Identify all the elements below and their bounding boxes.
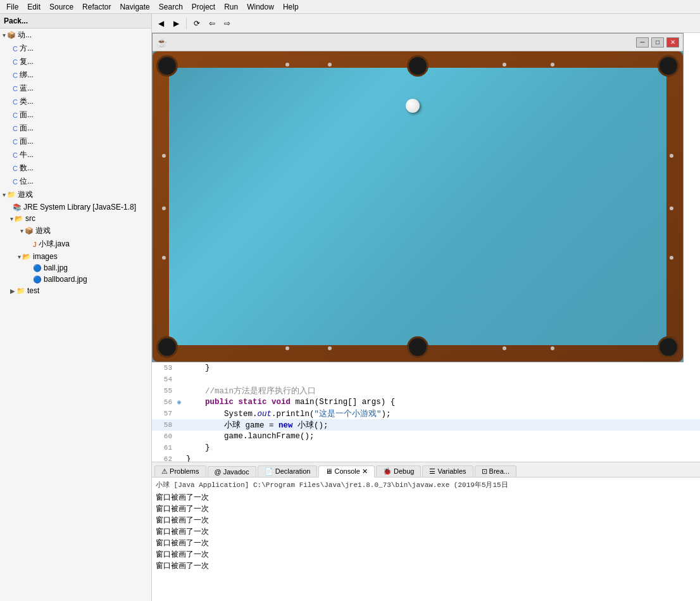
- tab-declaration[interactable]: 📄 Declaration: [258, 465, 318, 477]
- console-line-1: 窗口被画了一次: [156, 492, 696, 503]
- rail-dot-b1: [285, 346, 289, 350]
- menu-project[interactable]: Project: [188, 1, 219, 13]
- line-num-60: 61: [152, 444, 177, 452]
- sidebar-item-ballboard[interactable]: 🔵 ballboard.jpg: [0, 274, 151, 285]
- sidebar-item-ball[interactable]: 🔵 ball.jpg: [0, 262, 151, 274]
- sidebar-item-jre[interactable]: 📚 JRE System Library [JavaSE-1.8]: [0, 201, 151, 213]
- console-line-7: 窗口被画了一次: [156, 560, 696, 572]
- pocket-bm: [407, 336, 428, 358]
- console-line-4: 窗口被画了一次: [156, 526, 696, 538]
- line-num-57: 57: [152, 410, 177, 417]
- line-num-59: 60: [152, 433, 177, 440]
- class-icon11: C: [13, 178, 18, 186]
- menu-search[interactable]: Search: [155, 1, 187, 13]
- game-window-titlebar: ☕ ─ □ ✕: [153, 34, 683, 51]
- declaration-icon: 📄: [265, 467, 273, 475]
- pocket-tm: [407, 55, 428, 77]
- sidebar-item-src[interactable]: ▾ 📂 src: [0, 213, 151, 224]
- sidebar-item-wei[interactable]: C 位...: [0, 175, 151, 188]
- code-text-58: 小球 game = new 小球();: [186, 420, 700, 431]
- menu-run[interactable]: Run: [220, 1, 242, 13]
- tab-breakpoints[interactable]: ⊡ Brea...: [475, 465, 516, 477]
- sidebar-item-bang[interactable]: C 绑...: [0, 68, 151, 82]
- tab-problems[interactable]: ⚠ Problems: [154, 465, 206, 477]
- tab-variables[interactable]: ☰ Variables: [422, 465, 473, 477]
- pocket-tr: [658, 55, 679, 77]
- class-icon8: C: [13, 138, 18, 146]
- close-button[interactable]: ✕: [666, 37, 679, 47]
- menu-refactor[interactable]: Refactor: [78, 1, 115, 13]
- java-icon: J: [33, 241, 37, 248]
- maximize-button[interactable]: □: [651, 37, 664, 47]
- problems-icon: ⚠: [161, 467, 168, 475]
- class-icon6: C: [13, 111, 18, 119]
- nav-icon[interactable]: ⇦: [206, 17, 218, 30]
- code-text-56: public static void main(String[] args) {: [186, 398, 700, 407]
- sidebar-item-niu[interactable]: C 牛...: [0, 148, 151, 161]
- sidebar-item-mian1[interactable]: C 面...: [0, 108, 151, 122]
- class-icon: C: [13, 45, 18, 53]
- tab-javadoc[interactable]: @ Javadoc: [208, 466, 256, 477]
- sidebar-item-xiaoqiu-java[interactable]: J 小球.java: [0, 237, 151, 251]
- line-num-54: 54: [152, 376, 177, 383]
- run-history-icon[interactable]: ⟳: [191, 17, 203, 30]
- menu-window[interactable]: Window: [243, 1, 278, 13]
- folder-icon: 📂: [15, 215, 23, 223]
- code-text-53: }: [186, 364, 700, 372]
- minimize-button[interactable]: ─: [636, 37, 649, 47]
- tab-console[interactable]: 🖥 Console ✕: [318, 465, 374, 478]
- menu-navigate[interactable]: Navigate: [116, 1, 153, 13]
- menu-help[interactable]: Help: [279, 1, 303, 13]
- pocket-br: [658, 336, 679, 358]
- sidebar-item-src-youxi[interactable]: ▾ 📦 遊戏: [0, 224, 151, 237]
- menu-bar: File Edit Source Refactor Navigate Searc…: [0, 0, 700, 14]
- game-window-container: ☕ ─ □ ✕: [152, 33, 700, 601]
- sidebar-item-images[interactable]: ▾ 📂 images: [0, 251, 151, 262]
- console-line-3: 窗口被画了一次: [156, 515, 696, 526]
- collapse-arrow4: ▾: [20, 227, 23, 234]
- sidebar-item-fu[interactable]: C 复...: [0, 55, 151, 68]
- rail-dot-l1: [162, 154, 166, 158]
- class-icon9: C: [13, 151, 18, 159]
- back-icon[interactable]: ◀: [154, 17, 167, 30]
- code-text-54: [186, 375, 700, 384]
- menu-edit[interactable]: Edit: [23, 1, 44, 13]
- console-icon: 🖥: [325, 467, 332, 475]
- sidebar-item-dong[interactable]: ▾ 📦 动...: [0, 28, 151, 42]
- line-num-61: 62: [152, 455, 177, 462]
- image-icon2: 🔵: [33, 275, 42, 284]
- sidebar-item-lei[interactable]: C 类...: [0, 95, 151, 108]
- collapse-arrow2: ▾: [3, 191, 6, 198]
- sidebar-item-test[interactable]: ▶ 📁 test: [0, 285, 151, 296]
- console-content: 小球 [Java Application] C:\Program Files\J…: [152, 478, 700, 601]
- collapse-arrow3: ▾: [10, 215, 13, 222]
- line-num-55: 55: [152, 387, 177, 395]
- console-header: 小球 [Java Application] C:\Program Files\J…: [156, 480, 696, 490]
- cue-ball: [406, 99, 420, 113]
- console-line-5: 窗口被画了一次: [156, 538, 696, 549]
- sidebar-item-shu[interactable]: C 数...: [0, 161, 151, 175]
- content-area: ◀ ▶ ⟳ ⇦ ⇨ ☕ ─ □ ✕: [152, 14, 700, 601]
- window-controls: ─ □ ✕: [636, 37, 679, 47]
- rail-dot-t2: [328, 63, 332, 66]
- nav-forward-icon[interactable]: ⇨: [221, 17, 234, 30]
- pocket-bl: [156, 336, 178, 358]
- toolbar-sep1: [186, 18, 187, 29]
- forward-icon[interactable]: ▶: [170, 17, 182, 30]
- code-text-61: }: [186, 455, 700, 462]
- game-app-icon: ☕: [156, 37, 167, 47]
- class-icon3: C: [13, 72, 18, 79]
- class-icon2: C: [13, 58, 18, 66]
- tab-debug[interactable]: 🐞 Debug: [376, 465, 421, 477]
- sidebar-item-fang[interactable]: C 方...: [0, 42, 151, 55]
- package-icon: 📦: [7, 31, 16, 39]
- code-line-55: 55 //main方法是程序执行的入口: [152, 385, 700, 396]
- sidebar-item-mian3[interactable]: C 面...: [0, 135, 151, 148]
- sidebar-item-mian2[interactable]: C 面...: [0, 122, 151, 135]
- sidebar-item-lan[interactable]: C 蓝...: [0, 82, 151, 95]
- sidebar-item-youxi[interactable]: ▾ 📁 遊戏: [0, 188, 151, 201]
- code-line-61: 62 }: [152, 453, 700, 462]
- menu-file[interactable]: File: [3, 1, 22, 13]
- sidebar: Pack... ▾ 📦 动... C 方... C 复... C 绑... C …: [0, 14, 152, 601]
- menu-source[interactable]: Source: [46, 1, 77, 13]
